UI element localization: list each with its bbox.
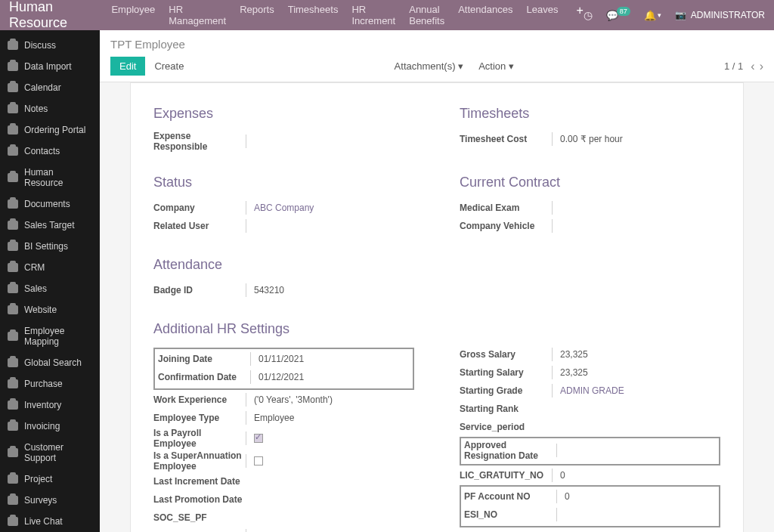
app-icon: [8, 62, 18, 71]
label-service: Service_period: [460, 422, 552, 432]
admin-label: ADMINISTRATOR: [691, 10, 765, 20]
sidebar-item-customer-support[interactable]: Customer Support: [0, 437, 100, 469]
sidebar-item-sales[interactable]: Sales: [0, 278, 100, 299]
nav-reports[interactable]: Reports: [240, 4, 274, 26]
create-button[interactable]: Create: [154, 60, 184, 72]
app-icon: [8, 263, 18, 272]
label-soc: SOC_SE_PF: [153, 512, 246, 523]
label-confirmation-date: Confirmation Date: [158, 372, 250, 382]
sidebar-item-label: Global Search: [24, 357, 82, 368]
checkbox-payroll: [254, 434, 263, 443]
sidebar-item-label: Data Import: [24, 61, 72, 72]
sidebar-item-label: CRM: [24, 262, 45, 273]
user-menu[interactable]: 📷 ADMINISTRATOR: [675, 10, 765, 20]
sidebar-item-bi-settings[interactable]: BI Settings: [0, 236, 100, 257]
sidebar-item-label: Calendar: [24, 82, 61, 93]
sidebar-item-project[interactable]: Project: [0, 469, 100, 490]
nav-hr-management[interactable]: HR Management: [169, 4, 226, 26]
nav-annual-benefits[interactable]: Annual Benefits: [409, 4, 444, 26]
sidebar-item-label: Inventory: [24, 400, 61, 410]
sidebar-item-label: Sales Target: [24, 220, 75, 230]
sidebar-item-crm[interactable]: CRM: [0, 257, 100, 278]
clock-icon[interactable]: ◷: [584, 9, 593, 21]
messaging-icon[interactable]: 💬 87: [606, 10, 630, 21]
sidebar-item-label: Customer Support: [24, 442, 92, 463]
label-resignation: Approved Resignation Date: [464, 440, 556, 461]
app-icon: [8, 401, 18, 410]
sidebar-item-label: Notes: [24, 104, 48, 114]
app-icon: [8, 379, 18, 388]
sidebar-item-contacts[interactable]: Contacts: [0, 141, 100, 162]
app-icon: [8, 83, 18, 92]
sidebar-item-surveys[interactable]: Surveys: [0, 490, 100, 511]
notifications-dropdown[interactable]: 🔔 ▾: [644, 10, 661, 21]
sidebar-item-label: Ordering Portal: [24, 125, 85, 135]
value-starting-grade[interactable]: ADMIN GRADE: [552, 384, 720, 397]
sidebar-item-ordering-portal[interactable]: Ordering Portal: [0, 119, 100, 141]
label-expense-responsible: Expense Responsible: [153, 131, 246, 152]
label-super: Is a SuperAnnuation Employee: [153, 450, 246, 472]
sidebar-item-label: Contacts: [24, 146, 60, 156]
sidebar-item-label: Documents: [24, 199, 70, 209]
app-icon: [8, 242, 18, 251]
camera-icon: 📷: [675, 10, 686, 20]
add-menu-icon[interactable]: +: [576, 4, 583, 26]
breadcrumb: TPT Employee: [110, 38, 763, 51]
label-starting-sal: Starting Salary: [460, 367, 552, 378]
app-icon: [8, 332, 18, 341]
nav-hr-increment[interactable]: HR Increment: [351, 4, 395, 26]
nav-timesheets[interactable]: Timesheets: [288, 4, 339, 26]
label-badge-id: Badge ID: [153, 285, 246, 295]
app-icon: [8, 284, 18, 293]
sidebar-item-invoicing[interactable]: Invoicing: [0, 416, 100, 437]
sidebar-item-human-resource[interactable]: Human Resource: [0, 162, 100, 193]
topbar: Human Resource Employee HR Management Re…: [0, 0, 774, 30]
sidebar-item-data-import[interactable]: Data Import: [0, 56, 100, 77]
label-work-exp: Work Experience: [153, 394, 246, 405]
sidebar-item-purchase[interactable]: Purchase: [0, 373, 100, 394]
attachments-dropdown[interactable]: Attachment(s) ▾: [395, 60, 464, 72]
nav-attendances[interactable]: Attendances: [458, 4, 512, 26]
value-payroll: [246, 431, 414, 445]
sidebar-item-website[interactable]: Website: [0, 299, 100, 320]
pager-next-icon[interactable]: ›: [760, 60, 763, 73]
app-icon: [8, 517, 18, 526]
sidebar-item-documents[interactable]: Documents: [0, 193, 100, 215]
value-expense-responsible: [246, 135, 414, 148]
checkbox-super: [254, 456, 263, 466]
value-lic: 0: [552, 469, 720, 482]
app-icon: [8, 104, 18, 113]
nav-employee[interactable]: Employee: [111, 4, 155, 26]
sidebar-item-global-search[interactable]: Global Search: [0, 352, 100, 373]
sidebar-item-inventory[interactable]: Inventory: [0, 394, 100, 416]
label-gross: Gross Salary: [460, 349, 552, 360]
app-icon: [8, 496, 18, 505]
form-card: Expenses Expense Responsible Timesheets …: [130, 82, 744, 532]
nav-leaves[interactable]: Leaves: [526, 4, 558, 26]
main-content: TPT Employee Edit Create Attachment(s) ▾…: [100, 30, 774, 532]
pager-count: 1 / 1: [724, 60, 743, 72]
sidebar-item-employee-mapping[interactable]: Employee Mapping: [0, 320, 100, 352]
sidebar-item-sales-target[interactable]: Sales Target: [0, 215, 100, 236]
value-confirmation-date: 01/12/2021: [250, 370, 410, 384]
edit-button[interactable]: Edit: [110, 57, 145, 76]
sidebar: DiscussData ImportCalendarNotesOrdering …: [0, 30, 100, 532]
topnav: Employee HR Management Reports Timesheet…: [111, 4, 583, 26]
value-badge-id: 543210: [246, 283, 414, 297]
sidebar-item-notes[interactable]: Notes: [0, 98, 100, 119]
label-last-promo: Last Promotion Date: [153, 494, 246, 505]
sidebar-item-label: Surveys: [24, 495, 57, 506]
sidebar-item-discuss[interactable]: Discuss: [0, 35, 100, 56]
label-starting-grade: Starting Grade: [460, 385, 552, 396]
page-header: TPT Employee Edit Create Attachment(s) ▾…: [100, 30, 774, 82]
app-icon: [8, 305, 18, 314]
label-last-inc: Last Increment Date: [153, 476, 246, 487]
sidebar-item-live-chat[interactable]: Live Chat: [0, 511, 100, 532]
value-company[interactable]: ABC Company: [246, 201, 414, 215]
value-emp-type: Employee: [246, 411, 414, 425]
sidebar-item-calendar[interactable]: Calendar: [0, 77, 100, 98]
action-dropdown[interactable]: Action ▾: [478, 60, 514, 72]
brand-title: Human Resource: [9, 0, 88, 31]
pager-prev-icon[interactable]: ‹: [751, 60, 754, 73]
sidebar-item-label: Purchase: [24, 379, 63, 389]
